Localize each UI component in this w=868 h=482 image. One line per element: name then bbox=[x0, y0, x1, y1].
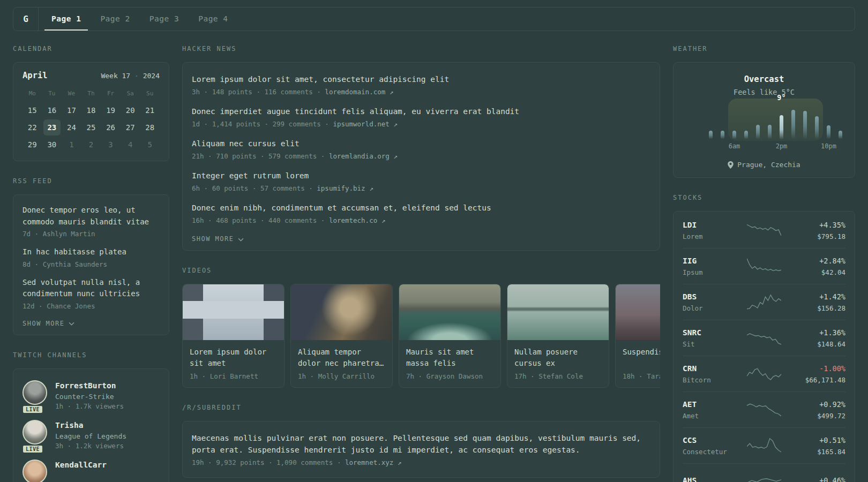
post-title[interactable]: Maecenas mollis pulvinar erat non posuer… bbox=[192, 432, 650, 456]
post-item[interactable]: Maecenas mollis pulvinar erat non posuer… bbox=[192, 426, 650, 470]
rss-show-more-button[interactable]: SHOW MORE bbox=[23, 320, 160, 327]
weather-condition: Overcast bbox=[684, 74, 844, 84]
calendar-day: 5 bbox=[141, 137, 159, 153]
twitch-section-title: TWITCH CHANNELS bbox=[13, 351, 169, 359]
rss-show-more-label: SHOW MORE bbox=[23, 320, 65, 327]
weather-bar bbox=[815, 116, 819, 139]
calendar-weekday: Su bbox=[140, 87, 160, 102]
post-source-link[interactable]: loremnet.xyz bbox=[345, 458, 393, 466]
post-source-link[interactable]: loremlandia.org bbox=[329, 152, 390, 160]
rss-item-title[interactable]: Donec tempor eros leo, ut commodo mauris… bbox=[23, 205, 160, 228]
rss-item-title[interactable]: Sed volutpat nulla nisl, a condimentum n… bbox=[23, 277, 160, 300]
tab-page-4[interactable]: Page 4 bbox=[191, 7, 235, 31]
video-title[interactable]: Suspendisse diam bbox=[623, 347, 660, 369]
calendar-day: 25 bbox=[83, 119, 100, 135]
tab-page-1[interactable]: Page 1 bbox=[44, 7, 88, 31]
stock-sparkline bbox=[747, 398, 781, 421]
post-title[interactable]: Lorem ipsum dolor sit amet, consectetur … bbox=[192, 73, 650, 85]
post-title[interactable]: Aliquam nec cursus elit bbox=[192, 138, 650, 149]
stock-ticker: SNRC bbox=[683, 328, 744, 338]
twitch-channel-item[interactable]: LIVE ForrestBurton Counter-Strike 1h · 1… bbox=[23, 375, 160, 415]
external-link-icon: ↗ bbox=[393, 120, 398, 128]
post-title[interactable]: Integer eget rutrum lorem bbox=[192, 170, 650, 182]
stock-ticker: AET bbox=[683, 400, 744, 410]
calendar-day: 22 bbox=[24, 119, 41, 135]
stock-price: $156.28 bbox=[784, 304, 845, 312]
post-meta-text: 1d · 1,414 points · 299 comments · bbox=[192, 120, 329, 128]
twitch-channel-item[interactable]: KendallCarr bbox=[23, 455, 160, 482]
stock-row[interactable]: AHS +0.46% bbox=[683, 463, 845, 482]
hackernews-show-more-button[interactable]: SHOW MORE bbox=[192, 235, 650, 243]
video-thumbnail[interactable] bbox=[616, 284, 660, 340]
stock-row[interactable]: CCS Consectetur +0.51% $165.84 bbox=[683, 427, 845, 463]
weather-bars bbox=[709, 108, 842, 139]
video-title[interactable]: Lorem ipsum dolor sit amet consectetu… bbox=[190, 347, 277, 369]
rss-item[interactable]: Sed volutpat nulla nisl, a condimentum n… bbox=[23, 270, 160, 312]
twitch-channel-game: Counter-Strike bbox=[55, 393, 124, 401]
video-card[interactable]: Nullam posuere cursus ex 17h · Stefan Co… bbox=[507, 284, 609, 388]
video-card[interactable]: Aliquam tempor dolor nec pharetra… 1h · … bbox=[290, 284, 393, 388]
twitch-avatar-wrap: LIVE bbox=[23, 420, 47, 450]
calendar-day: 3 bbox=[102, 137, 119, 153]
video-card-body: Nullam posuere cursus ex 17h · Stefan Co… bbox=[507, 340, 609, 387]
twitch-card: LIVE ForrestBurton Counter-Strike 1h · 1… bbox=[13, 368, 169, 482]
stock-price: $795.18 bbox=[784, 232, 845, 240]
twitch-channel-item[interactable]: LIVE Trisha League of Legends 3h · 1.2k … bbox=[23, 415, 160, 455]
rss-item-meta: 7d · Ashlyn Martin bbox=[23, 230, 160, 238]
video-thumbnail[interactable] bbox=[183, 284, 284, 340]
post-item[interactable]: Aliquam nec cursus elit 21h · 710 points… bbox=[192, 131, 650, 163]
stock-price: $165.84 bbox=[784, 448, 845, 456]
stock-row[interactable]: CRN Bitcorn -1.00% $66,171.48 bbox=[683, 356, 845, 391]
post-title[interactable]: Donec imperdiet augue tincidunt felis al… bbox=[192, 106, 650, 117]
calendar-day: 1 bbox=[63, 137, 80, 153]
tab-page-2[interactable]: Page 2 bbox=[93, 7, 137, 31]
calendar-day: 20 bbox=[122, 102, 139, 118]
video-thumbnail[interactable] bbox=[399, 284, 500, 340]
video-meta: 17h · Stefan Cole bbox=[514, 372, 602, 380]
stock-row[interactable]: SNRC Sit +1.36% $148.64 bbox=[683, 320, 845, 356]
post-source-link[interactable]: ipsumify.biz bbox=[317, 184, 365, 192]
twitch-channel-name[interactable]: Trisha bbox=[55, 420, 126, 431]
twitch-channel-meta: 1h · 1.7k viewers bbox=[55, 402, 124, 410]
rss-item[interactable]: Donec tempor eros leo, ut commodo mauris… bbox=[23, 198, 160, 240]
post-source-link[interactable]: loremtech.co bbox=[329, 216, 377, 224]
post-item[interactable]: Donec enim nibh, condimentum et accumsan… bbox=[192, 195, 650, 228]
post-item[interactable]: Lorem ipsum dolor sit amet, consectetur … bbox=[192, 67, 650, 99]
stock-row[interactable]: LDI Lorem +4.35% $795.18 bbox=[683, 213, 845, 248]
stock-name: Bitcorn bbox=[683, 376, 744, 384]
video-thumbnail[interactable] bbox=[507, 284, 609, 340]
tab-page-3[interactable]: Page 3 bbox=[143, 7, 186, 31]
rss-item[interactable]: In hac habitasse platea 8d · Cynthia Sau… bbox=[23, 240, 160, 270]
video-title[interactable]: Aliquam tempor dolor nec pharetra… bbox=[298, 347, 385, 369]
stock-row[interactable]: IIG Ipsum +2.84% $42.04 bbox=[683, 248, 845, 284]
post-source-link[interactable]: loremdomain.com bbox=[325, 88, 385, 96]
video-card[interactable]: Lorem ipsum dolor sit amet consectetu… 1… bbox=[182, 284, 285, 388]
twitch-channel-name[interactable]: ForrestBurton bbox=[55, 380, 124, 391]
hackernews-show-more-label: SHOW MORE bbox=[192, 235, 234, 243]
twitch-channel-name[interactable]: KendallCarr bbox=[55, 460, 107, 470]
stock-name: Consectetur bbox=[683, 448, 744, 456]
weather-bar-current bbox=[780, 115, 783, 139]
post-item[interactable]: Donec imperdiet augue tincidunt felis al… bbox=[192, 99, 650, 131]
external-link-icon: ↗ bbox=[381, 216, 386, 224]
video-card[interactable]: Mauris sit amet massa felis 7h · Grayson… bbox=[399, 284, 501, 388]
stock-sparkline bbox=[747, 326, 781, 350]
video-title[interactable]: Mauris sit amet massa felis bbox=[406, 347, 493, 369]
rss-item-title[interactable]: In hac habitasse platea bbox=[23, 246, 160, 258]
topbar: G Page 1Page 2Page 3Page 4 bbox=[13, 7, 855, 31]
calendar-weekday: Mo bbox=[23, 87, 42, 102]
rss-section-title: RSS FEED bbox=[13, 177, 169, 185]
video-thumbnail[interactable] bbox=[291, 284, 392, 340]
external-link-icon: ↗ bbox=[369, 184, 373, 192]
rss-item-meta: 12d · Chance Jones bbox=[23, 302, 160, 310]
calendar-day: 26 bbox=[102, 119, 119, 135]
video-card[interactable]: Suspendisse diam 18h · Tara bbox=[615, 284, 660, 388]
stock-row[interactable]: AET Amet +0.92% $499.72 bbox=[683, 391, 845, 427]
weather-bar bbox=[744, 131, 748, 139]
post-item[interactable]: Integer eget rutrum lorem 6h · 60 points… bbox=[192, 163, 650, 195]
video-title[interactable]: Nullam posuere cursus ex bbox=[514, 347, 602, 369]
post-title[interactable]: Donec enim nibh, condimentum et accumsan… bbox=[192, 202, 650, 214]
rss-item-meta: 8d · Cynthia Saunders bbox=[23, 260, 160, 268]
stock-row[interactable]: DBS Dolor +1.42% $156.28 bbox=[683, 284, 845, 320]
post-source-link[interactable]: ipsumworld.net bbox=[333, 120, 389, 128]
